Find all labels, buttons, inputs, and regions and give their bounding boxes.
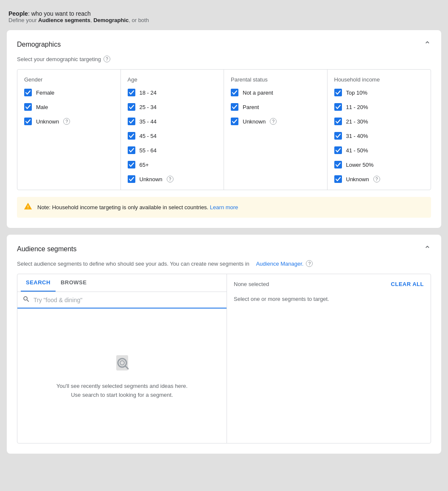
parental-not-parent-item: Not a parent (231, 89, 320, 96)
income-lower50-checkbox[interactable] (334, 161, 342, 168)
none-selected-label: None selected (234, 281, 269, 287)
age-unknown-checkbox[interactable] (128, 175, 135, 183)
gender-male-label: Male (36, 104, 48, 110)
age-55-64-checkbox[interactable] (128, 146, 135, 154)
income-11-20-item: 11 - 20% (334, 103, 424, 111)
audience-segments-card-header: Audience segments ⌃ (17, 245, 431, 253)
audience-panel: SEARCH BROWSE Y (17, 274, 431, 443)
income-unknown-checkbox[interactable] (334, 175, 342, 183)
income-41-50-label: 41 - 50% (346, 147, 368, 154)
income-31-40-checkbox[interactable] (334, 132, 342, 140)
parental-parent-checkbox[interactable] (231, 103, 238, 111)
search-input-wrapper (17, 292, 227, 309)
age-column: Age 18 - 24 25 - 34 35 - 44 45 - 54 55 -… (121, 70, 224, 190)
search-empty-icon (111, 352, 133, 375)
age-45-54-label: 45 - 54 (140, 133, 157, 139)
demographics-card: Demographics ⌃ Select your demographic t… (7, 30, 441, 228)
selected-header: None selected CLEAR ALL (234, 281, 424, 287)
gender-male-checkbox[interactable] (24, 103, 32, 111)
age-25-34-checkbox[interactable] (128, 103, 135, 111)
audience-description: Select audience segments to define who s… (17, 260, 431, 267)
age-unknown-help-icon[interactable]: ? (167, 176, 174, 182)
age-25-34-item: 25 - 34 (128, 103, 217, 111)
income-lower50-label: Lower 50% (346, 162, 374, 168)
page-title: People: who you want to reach (8, 10, 440, 17)
household-income-column-title: Household income (334, 76, 424, 83)
age-45-54-item: 45 - 54 (128, 132, 217, 140)
page-header: People: who you want to reach Define you… (7, 7, 441, 30)
gender-unknown-label: Unknown (36, 118, 59, 125)
income-11-20-checkbox[interactable] (334, 103, 342, 111)
age-65plus-label: 65+ (140, 162, 149, 168)
age-35-44-checkbox[interactable] (128, 118, 135, 125)
income-41-50-item: 41 - 50% (334, 146, 424, 154)
age-18-24-label: 18 - 24 (140, 90, 157, 96)
warning-text: Note: Household income targeting is only… (37, 204, 238, 210)
parental-status-column-title: Parental status (231, 76, 320, 83)
parental-status-column: Parental status Not a parent Parent Unkn… (224, 70, 328, 190)
demographics-title: Demographics (17, 41, 61, 48)
clear-all-button[interactable]: CLEAR ALL (391, 281, 424, 287)
gender-unknown-checkbox[interactable] (24, 118, 32, 125)
age-18-24-item: 18 - 24 (128, 89, 217, 96)
age-55-64-item: 55 - 64 (128, 146, 217, 154)
income-21-30-label: 21 - 30% (346, 118, 368, 125)
tab-browse[interactable]: BROWSE (56, 274, 92, 292)
selected-panel: None selected CLEAR ALL Select one or mo… (227, 274, 431, 443)
income-21-30-item: 21 - 30% (334, 118, 424, 125)
gender-unknown-item: Unknown ? (24, 118, 114, 125)
parental-unknown-help-icon[interactable]: ? (270, 118, 277, 125)
age-55-64-label: 55 - 64 (140, 147, 157, 154)
parental-unknown-checkbox[interactable] (231, 118, 238, 125)
audience-segments-collapse-icon[interactable]: ⌃ (424, 245, 431, 253)
audience-segments-card: Audience segments ⌃ Select audience segm… (7, 235, 441, 454)
parental-unknown-item: Unknown ? (231, 118, 320, 125)
age-unknown-item: Unknown ? (128, 175, 217, 183)
warning-icon (24, 202, 32, 213)
search-icon (22, 295, 30, 304)
income-unknown-help-icon[interactable]: ? (373, 176, 380, 182)
demographics-help-icon[interactable]: ? (104, 56, 110, 62)
income-21-30-checkbox[interactable] (334, 118, 342, 125)
age-unknown-label: Unknown (140, 176, 162, 182)
gender-female-item: Female (24, 89, 114, 96)
parental-unknown-label: Unknown (243, 118, 266, 125)
search-empty-text: You'll see recently selected segments an… (56, 382, 188, 400)
audience-segments-help-icon[interactable]: ? (306, 260, 313, 267)
segment-search-input[interactable] (34, 297, 221, 303)
parental-not-parent-label: Not a parent (243, 90, 273, 96)
income-31-40-item: 31 - 40% (334, 132, 424, 140)
income-top10-label: Top 10% (346, 90, 368, 96)
search-panel: SEARCH BROWSE Y (17, 274, 227, 443)
household-income-column: Household income Top 10% 11 - 20% 21 - 3… (328, 70, 431, 190)
income-top10-checkbox[interactable] (334, 89, 342, 96)
income-41-50-checkbox[interactable] (334, 146, 342, 154)
tab-search[interactable]: SEARCH (21, 274, 56, 292)
income-31-40-label: 31 - 40% (346, 133, 368, 139)
parental-parent-item: Parent (231, 103, 320, 111)
age-column-title: Age (128, 76, 217, 83)
income-unknown-label: Unknown (346, 176, 369, 182)
audience-manager-link[interactable]: Audience Manager. (256, 261, 303, 267)
gender-column: Gender Female Male Unknown ? (17, 70, 121, 190)
learn-more-link[interactable]: Learn more (210, 204, 238, 210)
gender-unknown-help-icon[interactable]: ? (63, 118, 70, 125)
age-35-44-item: 35 - 44 (128, 118, 217, 125)
demographics-card-header: Demographics ⌃ (17, 40, 431, 49)
income-top10-item: Top 10% (334, 89, 424, 96)
select-prompt: Select one or more segments to target. (234, 296, 424, 302)
search-browse-tabs: SEARCH BROWSE (17, 274, 227, 292)
age-45-54-checkbox[interactable] (128, 132, 135, 140)
age-65plus-item: 65+ (128, 161, 217, 168)
parental-parent-label: Parent (243, 104, 259, 110)
age-18-24-checkbox[interactable] (128, 89, 135, 96)
gender-male-item: Male (24, 103, 114, 111)
household-income-warning: Note: Household income targeting is only… (17, 197, 431, 218)
demographics-collapse-icon[interactable]: ⌃ (424, 40, 431, 49)
age-35-44-label: 35 - 44 (140, 118, 157, 125)
age-65plus-checkbox[interactable] (128, 161, 135, 168)
income-lower50-item: Lower 50% (334, 161, 424, 168)
gender-female-checkbox[interactable] (24, 89, 32, 96)
parental-not-parent-checkbox[interactable] (231, 89, 238, 96)
gender-column-title: Gender (24, 76, 114, 83)
